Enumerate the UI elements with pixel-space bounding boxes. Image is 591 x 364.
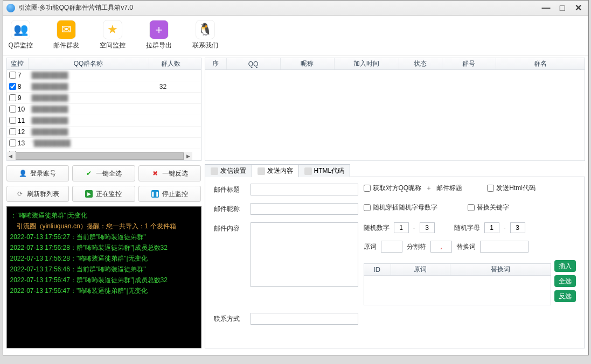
tool-people[interactable]: 👥Q群监控	[9, 20, 33, 55]
row-checkbox[interactable]	[9, 139, 16, 146]
tool-penguin[interactable]: 🐧联系我们	[192, 20, 218, 55]
member-col[interactable]: 序	[205, 58, 227, 69]
repl-input[interactable]	[480, 241, 529, 253]
tab-send-content[interactable]: 发送内容	[252, 164, 299, 177]
label-contact: 联系方式	[214, 313, 245, 324]
maximize-button[interactable]: □	[556, 2, 569, 15]
titlebar: 引流圈-多功能QQ群邮件营销工具箱v7.0 — □ ✕	[3, 1, 588, 16]
label-nick: 邮件昵称	[214, 203, 245, 214]
refresh-button[interactable]: ⟳刷新群列表	[6, 186, 69, 202]
rt-col-repl[interactable]: 替换词	[450, 264, 551, 275]
watching-button[interactable]: ▶正在监控	[72, 186, 135, 202]
row-checkbox[interactable]	[9, 128, 16, 135]
insert-button[interactable]: 插入	[554, 260, 576, 272]
replace-table: ID 原词 替换词	[364, 263, 551, 305]
group-row[interactable]: 7████████	[7, 70, 201, 81]
log-line: 2022-07-13 17:56:27：当前群"咘咘装逼徒弟群"	[10, 232, 198, 242]
group-grid: 监控 QQ群名称 群人数 7████████ 8████████32 9████…	[6, 58, 201, 161]
col-monitor[interactable]: 监控	[7, 58, 29, 69]
gear-icon	[211, 167, 218, 175]
contact-input[interactable]	[251, 313, 358, 325]
member-grid: 序QQ昵称加入时间状态群号群名	[205, 58, 585, 161]
group-row[interactable]: 10████████	[7, 104, 201, 115]
main-toolbar: 👥Q群监控✉邮件群发★空间监控＋拉群导出🐧联系我们	[3, 16, 588, 55]
opt-getqqnick[interactable]: 获取对方QQ昵称	[364, 184, 422, 193]
check-icon: ✔	[85, 170, 93, 177]
invert-select-button[interactable]: ✖一键反选	[138, 165, 201, 181]
mail-icon: ✉	[57, 20, 76, 39]
content-input[interactable]	[251, 222, 358, 287]
member-col[interactable]: QQ	[227, 58, 281, 69]
log-line: 2022-07-13 17:56:47：群"咘咘装逼徒弟群"|成员总数32	[10, 275, 198, 285]
user-icon: 👤	[19, 170, 27, 177]
member-col[interactable]: 加入时间	[335, 58, 399, 69]
group-row[interactable]: 12████████	[7, 127, 201, 138]
pause-icon: ❚❚	[151, 190, 159, 198]
member-col[interactable]: 群号	[442, 58, 496, 69]
plus-icon: ＋	[149, 20, 169, 39]
opt-randins[interactable]: 随机穿插随机字母数字	[364, 203, 437, 212]
tab-html-code[interactable]: HTML代码	[298, 164, 351, 177]
people-icon: 👥	[11, 20, 30, 39]
nick-input[interactable]	[251, 203, 358, 215]
randnum-max[interactable]	[420, 222, 435, 233]
randalpha-min[interactable]	[484, 222, 499, 233]
col-count[interactable]: 群人数	[149, 58, 192, 69]
member-col[interactable]: 状态	[399, 58, 442, 69]
login-button[interactable]: 👤登录账号	[6, 165, 69, 181]
group-row[interactable]: 13"████████	[7, 138, 201, 149]
subject-input[interactable]	[251, 184, 358, 195]
row-checkbox[interactable]	[9, 72, 16, 79]
cross-icon: ✖	[151, 170, 159, 177]
stop-button[interactable]: ❚❚停止监控	[138, 186, 201, 202]
row-checkbox[interactable]	[9, 117, 16, 124]
member-col[interactable]: 群名	[496, 58, 585, 69]
log-panel[interactable]: ："咘咘装逼徒弟群"|无变化 引流圈（yinliuquan.cn）提醒：您一共导…	[6, 206, 201, 348]
invert-button[interactable]: 反选	[554, 290, 576, 302]
log-line: 2022-07-13 17:56:47："咘咘装逼徒弟群"|无变化	[10, 285, 198, 296]
col-groupname[interactable]: QQ群名称	[29, 58, 149, 69]
tool-mail[interactable]: ✉邮件群发	[53, 20, 79, 55]
group-row[interactable]: 9████████	[7, 93, 201, 104]
star-icon: ★	[103, 20, 122, 39]
log-line: 2022-07-13 17:56:46：当前群"咘咘装逼徒弟群"	[10, 264, 198, 275]
member-col[interactable]: 昵称	[281, 58, 335, 69]
refresh-icon: ⟳	[16, 190, 24, 198]
close-button[interactable]: ✕	[572, 2, 585, 15]
tab-send-settings[interactable]: 发信设置	[205, 164, 252, 177]
h-scrollbar[interactable]: ◀▶	[7, 152, 192, 160]
log-line: 引流圈（yinliuquan.cn）提醒：您一共导入：1 个发件箱	[10, 221, 198, 232]
row-checkbox[interactable]	[9, 106, 16, 113]
tool-star[interactable]: ★空间监控	[100, 20, 126, 55]
orig-input[interactable]	[381, 241, 402, 253]
log-line: ："咘咘装逼徒弟群"|无变化	[10, 210, 198, 221]
penguin-icon: 🐧	[196, 20, 215, 39]
play-icon: ▶	[85, 190, 93, 198]
selectall-button[interactable]: 全选	[554, 275, 576, 287]
window-title: 引流圈-多功能QQ群邮件营销工具箱v7.0	[18, 3, 537, 12]
randalpha-max[interactable]	[510, 222, 525, 233]
group-row[interactable]: 11████████	[7, 115, 201, 127]
row-checkbox[interactable]	[9, 94, 16, 101]
app-window: 引流圈-多功能QQ群邮件营销工具箱v7.0 — □ ✕ 👥Q群监控✉邮件群发★空…	[3, 0, 589, 355]
randnum-min[interactable]	[394, 222, 409, 233]
rt-col-id[interactable]: ID	[364, 264, 391, 275]
app-icon	[6, 4, 15, 12]
member-grid-body[interactable]	[205, 70, 585, 160]
opt-sendhtml[interactable]: 发送Html代码	[487, 184, 536, 193]
group-grid-body[interactable]: 7████████ 8████████32 9████████ 10██████…	[7, 70, 201, 160]
tab-panel: 邮件标题 获取对方QQ昵称 ＋ 邮件标题 发送Html代码 邮件昵称	[205, 177, 585, 348]
minimize-button[interactable]: —	[540, 2, 553, 15]
row-checkbox[interactable]	[9, 83, 16, 90]
group-row[interactable]: 8████████32	[7, 81, 201, 93]
label-content: 邮件内容	[214, 222, 245, 233]
rt-col-orig[interactable]: 原词	[391, 264, 450, 275]
split-input[interactable]	[430, 241, 452, 253]
opt-replace[interactable]: 替换关键字	[468, 203, 509, 212]
log-line: 2022-07-13 17:56:28："咘咘装逼徒弟群"|无变化	[10, 253, 198, 264]
select-all-button[interactable]: ✔一键全选	[72, 165, 135, 181]
mail-icon	[258, 167, 265, 175]
log-line: 2022-07-13 17:56:28：群"咘咘装逼徒弟群"|成员总数32	[10, 242, 198, 253]
tool-plus[interactable]: ＋拉群导出	[146, 20, 172, 55]
tabs: 发信设置 发送内容 HTML代码	[205, 165, 585, 177]
